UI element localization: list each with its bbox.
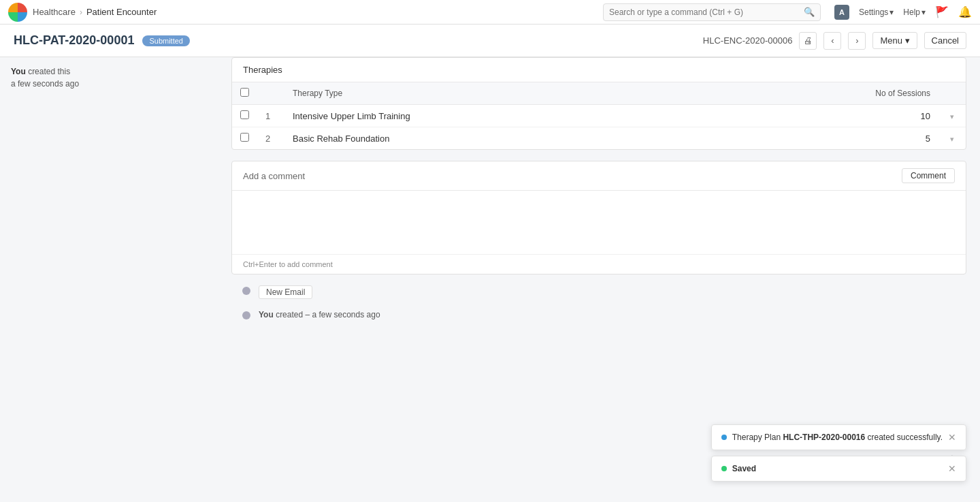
table-row: 2 Basic Rehab Foundation 5 ▾ — [232, 127, 966, 150]
cancel-button[interactable]: Cancel — [924, 32, 966, 49]
status-badge: Submitted — [142, 35, 190, 46]
breadcrumb-chevron: › — [80, 7, 82, 17]
toast-container: Therapy Plan HLC-THP-2020-00016 created … — [711, 424, 966, 482]
breadcrumb-parent[interactable]: Healthcare — [33, 7, 76, 17]
toast-dot-blue — [721, 435, 727, 440]
row-dropdown-arrow[interactable]: ▾ — [950, 135, 954, 143]
toast-text-therapy: Therapy Plan HLC-THP-2020-00016 created … — [732, 433, 943, 442]
timeline-item-activity: You created – a few seconds ago — [242, 310, 966, 319]
header-actions: HLC-ENC-2020-00006 🖨 ‹ › Menu ▾ Cancel — [703, 32, 966, 50]
breadcrumb-current[interactable]: Patient Encounter — [86, 7, 157, 17]
avatar[interactable]: A — [834, 5, 849, 20]
col-sessions: No of Sessions — [711, 82, 938, 105]
timeline-actor: You — [259, 310, 274, 319]
col-checkbox — [232, 82, 257, 105]
toast-dot-green — [721, 466, 727, 471]
settings-button[interactable]: Settings ▾ — [859, 7, 894, 17]
activity-entry: You created this a few seconds ago — [11, 65, 220, 90]
toast-text-saved: Saved — [732, 464, 943, 473]
row-index: 1 — [257, 105, 284, 127]
page-header: HLC-PAT-2020-00001 Submitted HLC-ENC-202… — [0, 25, 980, 57]
comment-header: Add a comment Comment — [232, 161, 966, 191]
comment-section: Add a comment Comment Ctrl+Enter to add … — [231, 161, 966, 274]
feedback-icon[interactable]: 🚩 — [935, 5, 949, 18]
row-dropdown-arrow[interactable]: ▾ — [950, 112, 954, 121]
help-button[interactable]: Help ▾ — [903, 7, 926, 17]
timeline-action: created – a few seconds ago — [276, 310, 380, 319]
notifications-icon[interactable]: 🔔 — [958, 5, 972, 18]
toast-saved: Saved ✕ — [711, 456, 966, 482]
col-therapy-type: Therapy Type — [284, 82, 711, 105]
top-navigation: Healthcare › Patient Encounter 🔍 A Setti… — [0, 0, 980, 25]
toast-close-1[interactable]: ✕ — [948, 432, 956, 443]
breadcrumb: Healthcare › Patient Encounter — [33, 7, 157, 17]
table-row: 1 Intensive Upper Limb Training 10 ▾ — [232, 105, 966, 127]
timeline: New Email You created – a few seconds ag… — [231, 285, 966, 319]
nav-right: A Settings ▾ Help ▾ 🚩 🔔 — [834, 5, 972, 20]
new-email-badge[interactable]: New Email — [259, 285, 312, 299]
row-checkbox[interactable] — [240, 133, 249, 142]
select-all-checkbox[interactable] — [240, 88, 249, 97]
timeline-dot-2 — [242, 311, 250, 319]
row-actions[interactable]: ▾ — [938, 105, 966, 127]
row-actions[interactable]: ▾ — [938, 127, 966, 150]
print-button[interactable]: 🖨 — [799, 32, 817, 50]
therapy-name: Basic Rehab Foundation — [284, 127, 711, 150]
activity-actor: You — [11, 67, 26, 76]
activity-action: created this — [28, 67, 70, 76]
col-index — [257, 82, 284, 105]
sessions-count: 10 — [711, 105, 938, 127]
menu-button[interactable]: Menu ▾ — [872, 32, 917, 49]
comment-hint: Ctrl+Enter to add comment — [232, 254, 966, 274]
app-logo[interactable] — [8, 3, 27, 22]
sessions-count: 5 — [711, 127, 938, 150]
comment-button[interactable]: Comment — [902, 168, 955, 183]
timeline-content-activity: You created – a few seconds ago — [259, 310, 380, 319]
comment-textarea[interactable] — [232, 191, 966, 252]
timeline-dot — [242, 287, 250, 295]
search-input[interactable] — [609, 7, 800, 17]
encounter-id: HLC-ENC-2020-00006 — [703, 35, 793, 46]
timeline-content-email: New Email — [259, 285, 312, 299]
left-sidebar: You created this a few seconds ago — [0, 57, 231, 502]
toast-close-2[interactable]: ✕ — [948, 463, 956, 474]
therapy-name: Intensive Upper Limb Training — [284, 105, 711, 127]
search-bar[interactable]: 🔍 — [603, 3, 821, 21]
activity-time: a few seconds ago — [11, 79, 79, 89]
comment-label: Add a comment — [243, 171, 305, 181]
col-actions — [938, 82, 966, 105]
row-checkbox-cell — [232, 127, 257, 150]
row-checkbox-cell — [232, 105, 257, 127]
therapies-section: Therapies Therapy Type No of Sessions — [231, 57, 966, 150]
therapies-header: Therapies — [232, 58, 966, 82]
therapies-table: Therapy Type No of Sessions 1 Intensive … — [232, 82, 966, 149]
row-index: 2 — [257, 127, 284, 150]
toast-therapy-plan: Therapy Plan HLC-THP-2020-00016 created … — [711, 424, 966, 450]
prev-button[interactable]: ‹ — [823, 32, 841, 50]
timeline-item-email: New Email — [242, 285, 966, 299]
search-icon: 🔍 — [804, 7, 815, 17]
next-button[interactable]: › — [848, 32, 866, 50]
page-title: HLC-PAT-2020-00001 — [14, 33, 134, 48]
row-checkbox[interactable] — [240, 110, 249, 119]
